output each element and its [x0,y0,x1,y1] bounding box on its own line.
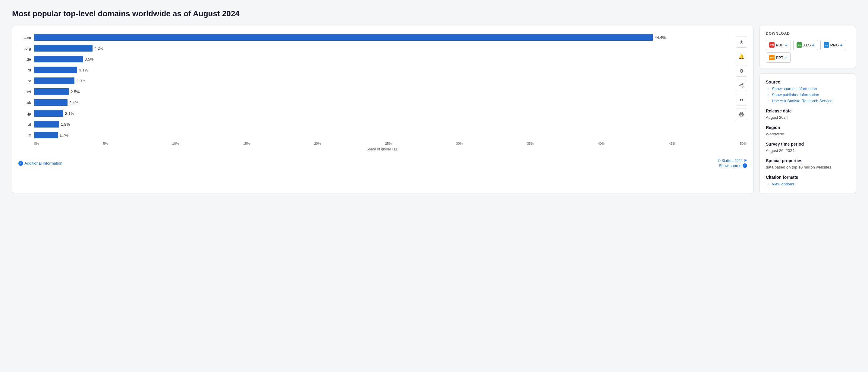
region-section: Region Worldwide [766,125,849,136]
png-icon: PNG [824,42,829,48]
svg-rect-5 [740,115,743,116]
citation-formats-title: Citation formats [766,175,849,180]
settings-button[interactable]: ⚙ [736,65,747,76]
bar-value-label: 3.5% [85,57,94,62]
view-options-link[interactable]: → View options [766,182,849,186]
download-pdf-button[interactable]: PDF PDF + [766,40,791,50]
download-ppt-button[interactable]: PPT PPT + [766,53,790,63]
png-plus: + [840,42,843,48]
special-props-value: data based on top 10 million websites [766,165,849,169]
bar-label: .org [19,46,31,51]
x-axis-label: 0% [34,142,39,145]
x-axis-label: 25% [385,142,392,145]
release-date-section: Release date August 2024 [766,108,849,120]
bar-label: .com [19,35,31,40]
bar-fill [34,88,69,95]
info-card: Source → Show sources information → Show… [760,73,856,194]
ppt-label: PPT [776,56,783,60]
bell-button[interactable]: 🔔 [736,51,747,62]
bar-chart: .com44.4%.org4.2%.de3.5%.ru3.1%.br2.9%.n… [19,33,731,139]
show-sources-label: Show sources information [772,87,817,91]
bar-fill [34,121,59,127]
xls-plus: + [812,42,815,48]
bar-label: .de [19,57,31,62]
ppt-icon: PPT [769,55,775,60]
info-icon: i [19,161,23,166]
svg-text:XLS: XLS [798,44,801,46]
show-publisher-link[interactable]: → Show publisher information [766,92,849,97]
bar-fill [34,110,63,117]
bar-track: 44.4% [34,34,731,41]
survey-time-value: August 26, 2024 [766,148,849,153]
show-publisher-label: Show publisher information [772,93,819,97]
flag-icon: ⚑ [744,159,747,163]
bar-value-label: 2.1% [65,111,74,116]
bar-track: 2.9% [34,78,731,84]
special-props-section: Special properties data based on top 10 … [766,158,849,169]
bar-row: .it1.8% [19,120,731,128]
view-options-label: View options [772,182,794,186]
cite-button[interactable] [736,94,747,105]
bar-track: 1.7% [34,132,731,138]
survey-time-title: Survey time period [766,142,849,147]
x-axis-label: 30% [456,142,463,145]
share-button[interactable] [736,80,747,91]
star-button[interactable]: ★ [736,36,747,48]
arrow-icon-1: → [766,86,770,91]
xls-icon: XLS [797,42,802,48]
bar-track: 1.8% [34,121,731,127]
bar-track: 2.4% [34,99,731,106]
bar-label: .uk [19,100,31,105]
bar-track: 2.1% [34,110,731,117]
release-date-value: August 2024 [766,115,849,120]
pdf-label: PDF [776,43,784,47]
bar-value-label: 44.4% [655,35,666,40]
bar-value-label: 4.2% [94,46,103,51]
bar-row: .fr1.7% [19,131,731,139]
arrow-icon-4: → [766,182,770,186]
svg-text:PNG: PNG [825,44,828,46]
bar-label: .jp [19,111,31,116]
x-axis-label: 15% [243,142,250,145]
download-png-button[interactable]: PNG PNG + [820,40,846,50]
statista-copyright: © Statista 2024 ⚑ [718,159,747,163]
x-axis-labels: 0%5%10%15%20%25%30%35%40%45%50% [34,142,747,145]
show-sources-link[interactable]: → Show sources information [766,86,849,91]
bar-label: .br [19,79,31,83]
bar-fill [34,45,93,52]
bar-row: .br2.9% [19,76,731,85]
right-panel: DOWNLOAD PDF PDF + XLS XLS + [760,26,856,194]
ask-statista-label: Use Ask Statista Research Service [772,99,832,103]
bar-track: 2.5% [34,88,731,95]
bar-row: .ru3.1% [19,66,731,74]
x-axis-label: 10% [173,142,179,145]
chart-sidebar-icons: ★ 🔔 ⚙ [736,33,747,151]
arrow-icon-2: → [766,92,770,97]
download-card: DOWNLOAD PDF PDF + XLS XLS + [760,26,856,68]
bar-chart-wrapper: .com44.4%.org4.2%.de3.5%.ru3.1%.br2.9%.n… [19,33,731,151]
bar-label: .it [19,122,31,127]
svg-point-2 [742,86,743,87]
bar-fill [34,99,67,106]
additional-info-link[interactable]: i Additional Information [19,161,62,166]
arrow-icon-3: → [766,98,770,103]
print-button[interactable] [736,108,747,120]
chart-footer: i Additional Information © Statista 2024… [19,156,747,168]
source-info-icon: i [743,163,747,168]
bar-label: .net [19,90,31,94]
special-props-title: Special properties [766,158,849,163]
show-source-link[interactable]: Show source i [719,163,747,168]
download-title: DOWNLOAD [766,31,849,36]
main-container: .com44.4%.org4.2%.de3.5%.ru3.1%.br2.9%.n… [12,26,856,194]
source-section: Source → Show sources information → Show… [766,80,849,103]
download-buttons: PDF PDF + XLS XLS + PNG PNG [766,40,849,63]
download-xls-button[interactable]: XLS XLS + [793,40,818,50]
bar-row: .uk2.4% [19,98,731,107]
bar-value-label: 2.5% [71,90,80,94]
bar-fill [34,34,653,41]
bar-track: 4.2% [34,45,731,52]
ask-statista-link[interactable]: → Use Ask Statista Research Service [766,98,849,103]
bar-fill [34,56,83,62]
png-label: PNG [830,43,839,47]
svg-text:PDF: PDF [770,44,774,46]
